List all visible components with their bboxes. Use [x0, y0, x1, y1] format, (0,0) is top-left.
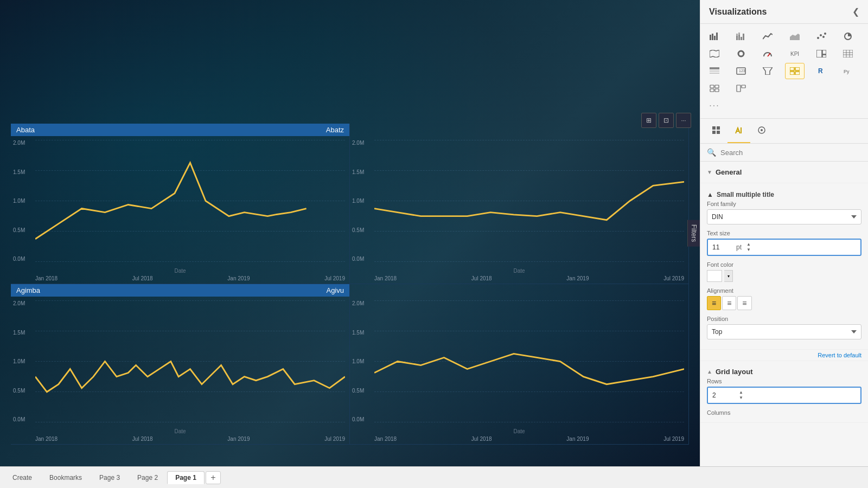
svg-rect-37: [795, 72, 800, 75]
cell4-line-chart: [374, 300, 684, 422]
text-size-label: Text size: [707, 230, 861, 236]
rows-stepper: ▲ ▼: [738, 390, 744, 401]
viz-icon-table[interactable]: [705, 63, 724, 79]
alignment-label: Alignment: [707, 287, 861, 294]
panel-tab-format[interactable]: [727, 121, 750, 143]
small-multiple-title-header[interactable]: ▲ Small multiple title: [707, 188, 861, 201]
svg-rect-49: [717, 131, 720, 134]
viz-icon-r[interactable]: R: [812, 63, 831, 79]
tab-create[interactable]: Create: [4, 471, 40, 484]
rows-decrement[interactable]: ▼: [738, 395, 744, 401]
viz-icon-stacked-bar[interactable]: [731, 28, 751, 44]
font-family-select[interactable]: DIN Segoe UI Arial: [707, 209, 861, 224]
tab-page3[interactable]: Page 3: [91, 471, 128, 484]
font-color-dropdown-btn[interactable]: ▾: [724, 270, 733, 282]
tab-bookmarks[interactable]: Bookmarks: [41, 471, 90, 484]
svg-rect-2: [714, 36, 716, 40]
viz-icons-grid: KPI 123 R Py: [700, 24, 868, 119]
grid-layout-header[interactable]: ▲ Grid layout: [707, 365, 861, 378]
cell4-content: [374, 300, 684, 422]
align-left-btn[interactable]: ≡: [707, 296, 721, 310]
main-area: Filters ⊞ ⊡ ··· Abata Abatz 2.0M 1.5M 1.…: [0, 0, 868, 466]
viz-icon-funnel[interactable]: [758, 63, 777, 79]
panel-collapse-btn[interactable]: ❮: [852, 7, 859, 17]
viz-icon-bar[interactable]: [705, 28, 724, 44]
cell1-x-label: Date: [11, 268, 349, 274]
position-select[interactable]: Top Bottom Left Right: [707, 324, 861, 339]
add-page-btn[interactable]: +: [206, 471, 221, 484]
svg-point-12: [820, 34, 822, 36]
focus-btn[interactable]: ⊡: [659, 113, 674, 128]
tab-page1[interactable]: Page 1: [167, 471, 205, 484]
svg-rect-36: [790, 72, 794, 75]
viz-icon-kpi[interactable]: KPI: [785, 46, 805, 62]
bottom-bar: Create Bookmarks Page 3 Page 2 Page 1 +: [0, 466, 868, 488]
filters-tab[interactable]: Filters: [687, 220, 700, 247]
cell4-x-axis: Jan 2018 Jul 2018 Jan 2019 Jul 2019: [374, 436, 684, 442]
svg-rect-22: [822, 55, 826, 57]
revert-link[interactable]: Revert to default: [700, 350, 868, 361]
viz-icon-py[interactable]: Py: [838, 63, 858, 79]
svg-rect-47: [717, 126, 720, 130]
general-section-header[interactable]: ▼ General: [707, 166, 861, 178]
svg-rect-21: [822, 50, 826, 54]
panel-tabs: [700, 119, 868, 144]
viz-icon-more1[interactable]: [705, 80, 724, 97]
viz-icon-donut[interactable]: [731, 46, 751, 62]
text-size-decrement[interactable]: ▼: [746, 247, 751, 253]
alignment-buttons: ≡ ≡ ≡: [707, 296, 861, 310]
viz-icon-more2[interactable]: [731, 80, 751, 97]
grid-layout-chevron: ▲: [707, 369, 712, 375]
alignment-group: Alignment ≡ ≡ ≡: [707, 287, 861, 310]
align-right-btn[interactable]: ≡: [737, 296, 751, 310]
text-size-input[interactable]: 11: [712, 243, 734, 251]
chart-cell-1: Abata Abatz 2.0M 1.5M 1.0M 0.5M 0.0M: [11, 124, 350, 284]
svg-point-14: [824, 33, 826, 35]
svg-rect-5: [736, 34, 738, 36]
viz-icon-pie[interactable]: [838, 28, 858, 44]
svg-point-11: [817, 37, 819, 39]
svg-line-18: [768, 53, 770, 56]
svg-rect-44: [737, 85, 741, 92]
viz-icon-area[interactable]: [785, 28, 805, 44]
viz-icon-more-dots[interactable]: ···: [705, 98, 724, 114]
search-input[interactable]: [720, 149, 861, 157]
viz-icon-matrix[interactable]: [838, 46, 858, 62]
chart-header-4: [350, 284, 688, 288]
svg-rect-6: [738, 35, 740, 40]
viz-icon-treemap[interactable]: [812, 46, 831, 62]
text-size-increment[interactable]: ▲: [746, 242, 751, 247]
svg-rect-23: [843, 50, 853, 57]
viz-icon-small-multiple[interactable]: [785, 63, 805, 79]
viz-icon-card[interactable]: 123: [731, 63, 751, 79]
viz-icon-gauge[interactable]: [758, 46, 777, 62]
font-color-swatch[interactable]: [707, 270, 722, 282]
panel-tab-fields[interactable]: [705, 121, 727, 143]
svg-rect-1: [712, 34, 713, 40]
cell1-x-axis: Jan 2018 Jul 2018 Jan 2019 Jul 2019: [35, 275, 345, 281]
rows-input-group: 2 ▲ ▼: [707, 387, 861, 404]
viz-icon-map[interactable]: [705, 46, 724, 62]
rows-group: Rows 2 ▲ ▼: [707, 378, 861, 404]
small-multiple-title-label: Small multiple title: [717, 191, 774, 198]
columns-label: Columns: [707, 409, 861, 416]
rows-increment[interactable]: ▲: [738, 390, 744, 395]
viz-icon-line[interactable]: [758, 28, 777, 44]
filter-btn[interactable]: ⊞: [641, 113, 656, 128]
more-btn[interactable]: ···: [676, 113, 691, 128]
panel-tab-analytics[interactable]: [750, 121, 773, 143]
grid-layout-label: Grid layout: [716, 368, 753, 376]
cell3-content: [35, 300, 345, 422]
text-size-group: Text size 11 pt ▲ ▼: [707, 230, 861, 256]
right-panel: Visualizations ❮: [700, 0, 868, 466]
font-color-group: Font color ▾: [707, 261, 861, 282]
cell1-y-axis: 2.0M 1.5M 1.0M 0.5M 0.0M: [13, 140, 25, 262]
svg-rect-9: [743, 34, 744, 40]
rows-input[interactable]: 2: [712, 391, 734, 399]
cell1-title-right: Abatz: [326, 126, 344, 134]
viz-icon-scatter[interactable]: [812, 28, 831, 44]
tab-page2[interactable]: Page 2: [129, 471, 166, 484]
align-center-btn[interactable]: ≡: [722, 296, 736, 310]
general-label: General: [716, 168, 742, 176]
general-chevron: ▼: [707, 169, 712, 175]
